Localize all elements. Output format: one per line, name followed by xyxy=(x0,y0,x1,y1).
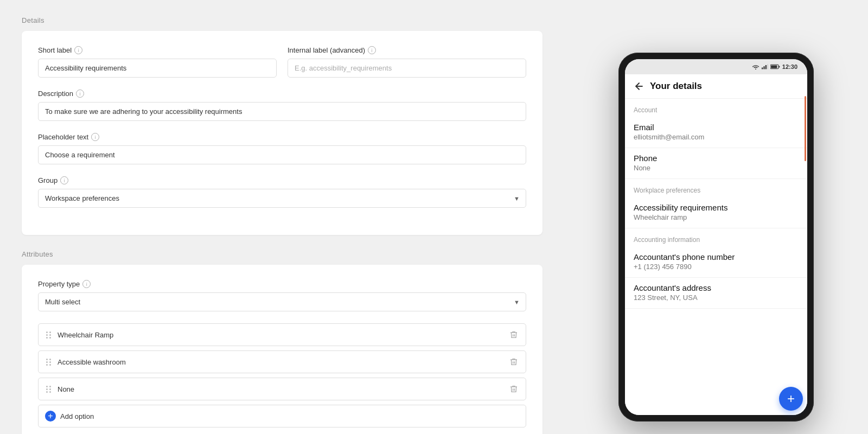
short-label-input[interactable] xyxy=(38,59,277,78)
internal-label-input[interactable] xyxy=(288,59,526,78)
details-section-label: Details xyxy=(22,16,542,24)
phone-accessibility-value: Wheelchair ramp xyxy=(634,213,799,221)
drag-handle-icon[interactable] xyxy=(45,330,52,340)
drag-handle-icon[interactable] xyxy=(45,358,52,367)
option-text: None xyxy=(58,385,503,393)
group-label-text: Group xyxy=(38,176,58,184)
right-panel: 12:30 Your details Account Email elliots… xyxy=(564,0,868,434)
back-button[interactable] xyxy=(634,81,644,92)
phone-email-title: Email xyxy=(634,123,799,132)
phone-field-accessibility: Accessibility requirements Wheelchair ra… xyxy=(625,197,807,228)
list-item: Accessible washroom xyxy=(38,350,526,373)
add-option-button[interactable]: + Add option xyxy=(38,405,526,427)
details-card: Short label i Internal label (advanced) … xyxy=(22,31,542,235)
internal-label-text: Internal label (advanced) xyxy=(288,46,365,54)
phone-accountant-phone-title: Accountant's phone number xyxy=(634,252,799,261)
description-group: Description i xyxy=(38,90,526,121)
battery-icon xyxy=(770,64,780,69)
delete-option-button[interactable] xyxy=(508,329,519,340)
group-info-icon[interactable]: i xyxy=(60,176,68,184)
phone-field-accountant-phone: Accountant's phone number +1 (123) 456 7… xyxy=(625,247,807,278)
phone-accessibility-title: Accessibility requirements xyxy=(634,203,799,212)
property-type-label-text: Property type xyxy=(38,280,80,288)
phone-screen: 12:30 Your details Account Email elliots… xyxy=(625,59,807,415)
phone-field-phone: Phone None xyxy=(625,148,807,179)
phone-title: Your details xyxy=(650,81,702,92)
phone-field-email: Email elliotsmith@email.com xyxy=(625,117,807,148)
property-type-group: Property type i Multi select Single sele… xyxy=(38,280,526,311)
list-item: None xyxy=(38,378,526,400)
phone-accountant-address-title: Accountant's address xyxy=(634,283,799,292)
drag-handle-icon[interactable] xyxy=(45,385,52,394)
phone-accountant-address-value: 123 Street, NY, USA xyxy=(634,293,799,302)
svg-rect-2 xyxy=(763,66,764,69)
phone-content: Account Email elliotsmith@email.com Phon… xyxy=(625,99,807,415)
option-text: Wheelchair Ramp xyxy=(58,331,503,339)
status-time: 12:30 xyxy=(782,63,797,70)
signal-icon xyxy=(762,64,768,69)
option-text: Accessible washroom xyxy=(58,358,503,366)
svg-rect-1 xyxy=(762,68,763,69)
attributes-section-label: Attributes xyxy=(22,250,542,258)
scroll-indicator xyxy=(805,96,806,161)
svg-rect-7 xyxy=(771,65,777,68)
internal-label-info-icon[interactable]: i xyxy=(368,46,376,54)
options-list: Wheelchair Ramp Acces xyxy=(38,323,526,400)
delete-option-button[interactable] xyxy=(508,356,519,367)
short-label-info-icon[interactable]: i xyxy=(74,46,82,54)
short-label-group: Short label i xyxy=(38,46,277,78)
phone-accounting-section-label: Accounting information xyxy=(625,228,807,247)
fab-button[interactable]: + xyxy=(779,387,803,411)
phone-accountant-phone-value: +1 (123) 456 7890 xyxy=(634,263,799,271)
list-item: Wheelchair Ramp xyxy=(38,323,526,346)
phone-workplace-section-label: Workplace preferences xyxy=(625,179,807,197)
description-info-icon[interactable]: i xyxy=(76,90,84,98)
placeholder-info-icon[interactable]: i xyxy=(91,133,99,141)
group-field-group: Group i Workspace preferences Account Ac… xyxy=(38,176,526,208)
property-type-select-wrapper: Multi select Single select Text ▼ xyxy=(38,292,526,311)
status-bar: 12:30 xyxy=(625,59,807,74)
phone-mockup: 12:30 Your details Account Email elliots… xyxy=(618,53,814,422)
attributes-card: Property type i Multi select Single sele… xyxy=(22,265,542,434)
svg-rect-3 xyxy=(765,65,767,69)
status-icons: 12:30 xyxy=(752,63,800,70)
property-type-select[interactable]: Multi select Single select Text xyxy=(38,292,526,311)
delete-option-button[interactable] xyxy=(508,384,519,394)
description-input[interactable] xyxy=(38,102,526,121)
property-type-info-icon[interactable]: i xyxy=(82,280,91,288)
placeholder-label-text: Placeholder text xyxy=(38,133,88,141)
add-circle-icon: + xyxy=(45,411,56,422)
group-select[interactable]: Workspace preferences Account Accounting… xyxy=(38,189,526,208)
wifi-icon xyxy=(752,64,760,69)
short-label-text: Short label xyxy=(38,46,72,54)
placeholder-text-input[interactable] xyxy=(38,145,526,164)
svg-point-0 xyxy=(755,68,756,69)
phone-phone-title: Phone xyxy=(634,154,799,163)
group-select-wrapper: Workspace preferences Account Accounting… xyxy=(38,189,526,208)
phone-email-value: elliotsmith@email.com xyxy=(634,133,799,141)
phone-header: Your details xyxy=(625,74,807,99)
add-option-label: Add option xyxy=(60,412,94,420)
phone-phone-value: None xyxy=(634,164,799,172)
internal-label-group: Internal label (advanced) i xyxy=(288,46,526,78)
left-panel: Details Short label i Internal label (ad… xyxy=(0,0,564,434)
placeholder-group: Placeholder text i xyxy=(38,133,526,164)
phone-account-section-label: Account xyxy=(625,99,807,117)
description-label-text: Description xyxy=(38,90,73,98)
svg-rect-4 xyxy=(767,65,768,69)
svg-rect-6 xyxy=(778,66,780,68)
phone-field-accountant-address: Accountant's address 123 Street, NY, USA xyxy=(625,278,807,309)
